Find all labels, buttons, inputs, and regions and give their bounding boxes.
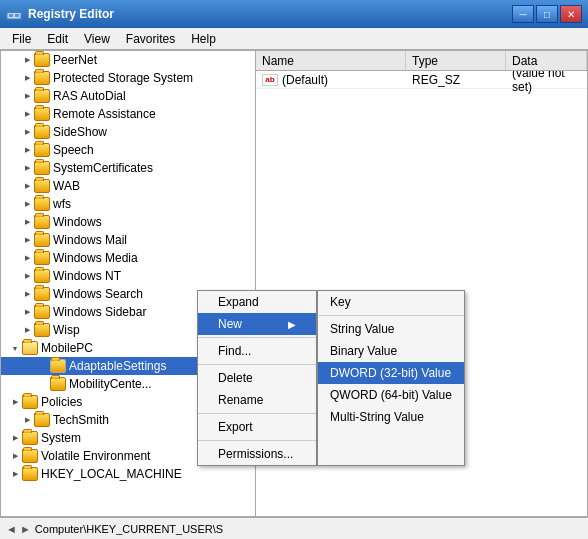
context-delete-label: Delete (218, 371, 253, 385)
cell-data-default: (value not set) (506, 71, 587, 88)
context-rename[interactable]: Rename (198, 389, 316, 411)
tree-label-winsidebar: Windows Sidebar (53, 305, 146, 319)
submenu-binary-value[interactable]: Binary Value (318, 340, 464, 362)
context-permissions[interactable]: Permissions... (198, 443, 316, 465)
folder-icon-hklm (22, 467, 38, 481)
folder-icon-wfs (34, 197, 50, 211)
submenu-qword-label: QWORD (64-bit) Value (330, 388, 452, 402)
tree-label-wfs: wfs (53, 197, 71, 211)
app-icon (6, 6, 22, 22)
menu-favorites[interactable]: Favorites (118, 30, 183, 48)
tree-label-ra: Remote Assistance (53, 107, 156, 121)
minimize-button[interactable]: ─ (512, 5, 534, 23)
expand-icon-sideshow (21, 126, 33, 138)
expand-icon-wab (21, 180, 33, 192)
folder-icon-mobility (50, 377, 66, 391)
context-expand-label: Expand (218, 295, 259, 309)
folder-icon-winmail (34, 233, 50, 247)
expand-icon-syscerts (21, 162, 33, 174)
context-delete[interactable]: Delete (198, 367, 316, 389)
submenu-key-label: Key (330, 295, 351, 309)
list-header: Name Type Data (256, 51, 587, 71)
expand-icon-winsearch (21, 288, 33, 300)
tree-item-winmail[interactable]: Windows Mail (1, 231, 255, 249)
context-new-label: New (218, 317, 242, 331)
expand-icon-ras (21, 90, 33, 102)
tree-item-speech[interactable]: Speech (1, 141, 255, 159)
menu-file[interactable]: File (4, 30, 39, 48)
tree-item-pss[interactable]: Protected Storage System (1, 69, 255, 87)
tree-label-pss: Protected Storage System (53, 71, 193, 85)
submenu-arrow: ▶ (288, 319, 296, 330)
menu-help[interactable]: Help (183, 30, 224, 48)
folder-icon-peernet (34, 53, 50, 67)
svg-rect-3 (15, 14, 19, 17)
tree-item-wab[interactable]: WAB (1, 177, 255, 195)
submenu-string-label: String Value (330, 322, 394, 336)
menu-edit[interactable]: Edit (39, 30, 76, 48)
expand-icon-mobilepc (9, 342, 21, 354)
tree-item-winnt[interactable]: Windows NT (1, 267, 255, 285)
folder-icon-ras (34, 89, 50, 103)
submenu[interactable]: Key String Value Binary Value DWORD (32-… (317, 290, 465, 466)
tree-item-sideshow[interactable]: SideShow (1, 123, 255, 141)
folder-icon-windows (34, 215, 50, 229)
status-bar: ◄ ► Computer\HKEY_CURRENT_USER\S (0, 517, 588, 539)
context-separator-2 (198, 364, 316, 365)
tree-label-ras: RAS AutoDial (53, 89, 126, 103)
folder-icon-sideshow (34, 125, 50, 139)
submenu-key[interactable]: Key (318, 291, 464, 313)
tree-item-peernet[interactable]: PeerNet (1, 51, 255, 69)
submenu-string-value[interactable]: String Value (318, 318, 464, 340)
context-find-label: Find... (218, 344, 251, 358)
tree-item-hklm[interactable]: HKEY_LOCAL_MACHINE (1, 465, 255, 483)
context-expand[interactable]: Expand (198, 291, 316, 313)
tree-item-winmedia[interactable]: Windows Media (1, 249, 255, 267)
context-export-label: Export (218, 420, 253, 434)
expand-icon-hklm (9, 468, 21, 480)
tree-label-techsmith: TechSmith (53, 413, 109, 427)
tree-label-hklm: HKEY_LOCAL_MACHINE (41, 467, 182, 481)
tree-item-ras[interactable]: RAS AutoDial (1, 87, 255, 105)
context-rename-label: Rename (218, 393, 263, 407)
expand-icon-peernet (21, 54, 33, 66)
submenu-dword-value[interactable]: DWORD (32-bit) Value (318, 362, 464, 384)
title-bar: Registry Editor ─ □ ✕ (0, 0, 588, 28)
tree-label-winsearch: Windows Search (53, 287, 143, 301)
list-row-default[interactable]: ab (Default) REG_SZ (value not set) (256, 71, 587, 89)
tree-item-ra[interactable]: Remote Assistance (1, 105, 255, 123)
svg-rect-2 (9, 14, 13, 17)
tree-label-volatile: Volatile Environment (41, 449, 150, 463)
maximize-button[interactable]: □ (536, 5, 558, 23)
tree-item-wfs[interactable]: wfs (1, 195, 255, 213)
svg-rect-1 (7, 9, 21, 13)
context-menu[interactable]: Expand New ▶ Find... Delete Rename Expor… (197, 290, 317, 466)
menu-view[interactable]: View (76, 30, 118, 48)
tree-label-mobilepc: MobilePC (41, 341, 93, 355)
folder-icon-speech (34, 143, 50, 157)
folder-icon-adaptable (50, 359, 66, 373)
context-new[interactable]: New ▶ (198, 313, 316, 335)
tree-label-wisp: Wisp (53, 323, 80, 337)
value-name: (Default) (282, 73, 328, 87)
folder-icon-techsmith (34, 413, 50, 427)
folder-icon-wisp (34, 323, 50, 337)
window-controls: ─ □ ✕ (512, 5, 582, 23)
expand-icon-wfs (21, 198, 33, 210)
tree-item-syscerts[interactable]: SystemCertificates (1, 159, 255, 177)
tree-label-sideshow: SideShow (53, 125, 107, 139)
folder-icon-winnt (34, 269, 50, 283)
submenu-dword-label: DWORD (32-bit) Value (330, 366, 451, 380)
context-find[interactable]: Find... (198, 340, 316, 362)
submenu-binary-label: Binary Value (330, 344, 397, 358)
expand-icon-ra (21, 108, 33, 120)
context-separator-1 (198, 337, 316, 338)
close-button[interactable]: ✕ (560, 5, 582, 23)
app-window: Registry Editor ─ □ ✕ File Edit View Fav… (0, 0, 588, 539)
tree-item-windows[interactable]: Windows (1, 213, 255, 231)
folder-icon-system (22, 431, 38, 445)
context-export[interactable]: Export (198, 416, 316, 438)
submenu-multistring-value[interactable]: Multi-String Value (318, 406, 464, 428)
status-arrows: ◄ ► (6, 523, 31, 535)
submenu-qword-value[interactable]: QWORD (64-bit) Value (318, 384, 464, 406)
